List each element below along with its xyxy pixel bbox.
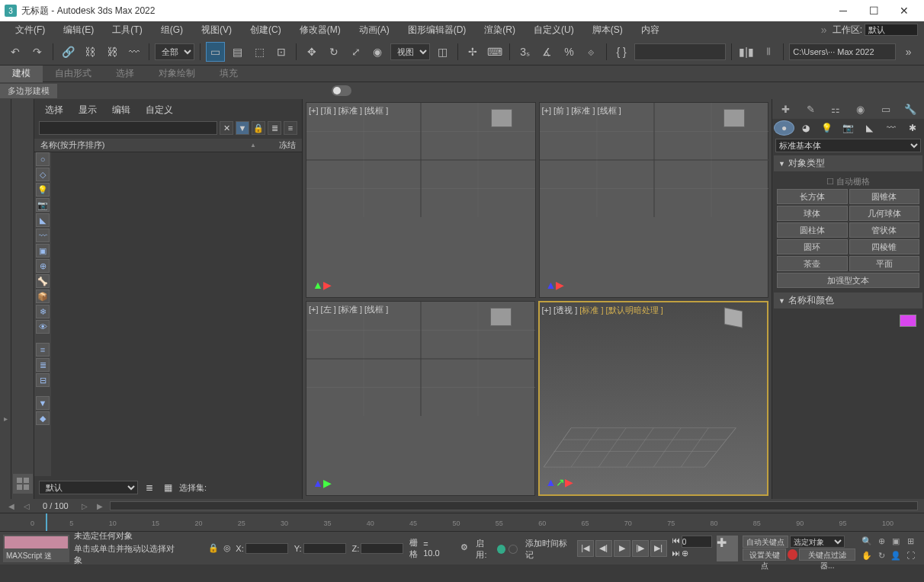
coord-x-input[interactable] xyxy=(245,543,288,554)
schematic-button[interactable]: 〰 xyxy=(124,42,143,62)
menu-tools[interactable]: 工具(T) xyxy=(103,21,151,38)
menu-overflow-icon[interactable]: » xyxy=(821,24,827,36)
time-slider-track[interactable] xyxy=(110,501,918,510)
isolate-button[interactable]: ◎ xyxy=(223,543,231,553)
maximize-viewport-tool[interactable]: ⛶ xyxy=(903,548,917,562)
key-prev-button[interactable]: ⏮ xyxy=(672,536,680,548)
autogrid-checkbox[interactable]: ☐ 自动栅格 xyxy=(777,174,919,189)
create-tube-button[interactable]: 管状体 xyxy=(849,222,920,238)
rollout-objtype[interactable]: ▼对象类型 xyxy=(774,155,922,171)
all-off-icon[interactable]: ≣ xyxy=(36,358,50,372)
create-system-tab[interactable]: ✱ xyxy=(902,120,922,136)
filter-helper-icon[interactable]: ◣ xyxy=(36,213,50,227)
menu-file[interactable]: 文件(F) xyxy=(6,21,54,38)
ribbon-tab-modeling[interactable]: 建模 xyxy=(0,66,43,82)
menu-graph[interactable]: 图形编辑器(D) xyxy=(399,21,476,38)
scene-search-input[interactable] xyxy=(39,121,217,135)
ribbon-tab-objpaint[interactable]: 对象绘制 xyxy=(146,66,207,82)
menu-modify[interactable]: 修改器(M) xyxy=(290,21,350,38)
create-torus-button[interactable]: 圆环 xyxy=(777,239,848,254)
key-target-select[interactable]: 选定对象 xyxy=(790,536,845,548)
filter-extra2-icon[interactable]: ◆ xyxy=(36,411,50,425)
viewport-perspective[interactable]: [+] [透视 ] [标准 ] [默认明暗处理 ] ▲↗▶ xyxy=(538,301,769,497)
filter-camera-icon[interactable]: 📷 xyxy=(36,198,50,212)
filter-container-icon[interactable]: 📦 xyxy=(36,289,50,303)
filter-spacewarp-icon[interactable]: 〰 xyxy=(36,229,50,242)
orbit-tool[interactable]: ↻ xyxy=(874,548,888,562)
filter-extra1-icon[interactable]: ▼ xyxy=(36,396,50,410)
setkey-button[interactable]: 设置关键点 xyxy=(743,548,786,561)
ribbon-tab-fill[interactable]: 填充 xyxy=(207,66,250,82)
rollout-namecolor[interactable]: ▼名称和颜色 xyxy=(774,293,922,309)
select-tool[interactable]: ▭ xyxy=(206,42,225,62)
keyfilter-button[interactable]: 关键点过滤器... xyxy=(799,548,855,561)
object-category-select[interactable]: 标准基本体 xyxy=(775,139,921,152)
cmd-tab-motion[interactable]: ◉ xyxy=(849,101,873,117)
bind-space-button[interactable]: ⛓̸ xyxy=(102,42,121,62)
filter-funnel-button[interactable]: ▼ xyxy=(236,121,249,135)
redo-button[interactable]: ↷ xyxy=(28,42,47,62)
create-spacewarp-tab[interactable]: 〰 xyxy=(881,120,901,136)
create-plane-button[interactable]: 平面 xyxy=(849,256,920,271)
time-prev2-button[interactable]: ◁ xyxy=(21,500,32,511)
percent-snap-button[interactable]: % xyxy=(560,42,579,62)
cmd-tab-display[interactable]: ▭ xyxy=(874,101,898,117)
keyboard-shortcut-button[interactable]: ⌨ xyxy=(486,42,505,62)
filter-hidden-icon[interactable]: 👁 xyxy=(36,320,50,334)
sidebar-expand-icon[interactable]: ▸ xyxy=(0,414,11,423)
object-color-swatch[interactable] xyxy=(900,315,916,327)
create-cylinder-button[interactable]: 圆柱体 xyxy=(777,222,848,238)
cmd-tab-utilities[interactable]: 🔧 xyxy=(898,101,922,117)
viewcube-left[interactable] xyxy=(490,308,521,338)
scene-list-header[interactable]: 名称(按升序排序) ▲ 冻结 xyxy=(34,139,302,152)
walk-tool[interactable]: 👤 xyxy=(889,548,903,562)
filter-shape-icon[interactable]: ◇ xyxy=(36,168,50,181)
viewcube-persp[interactable] xyxy=(723,309,753,339)
list-toggle2-button[interactable]: ≡ xyxy=(284,121,297,135)
viewport-front[interactable]: [+] [前 ] [标准 ] [线框 ] ▲▶ xyxy=(539,102,769,298)
timeline-cursor[interactable] xyxy=(46,513,47,531)
key-next-button[interactable]: ⏭ xyxy=(672,548,680,561)
spinner-snap-button[interactable]: ⟐ xyxy=(582,42,601,62)
scene-tab-display[interactable]: 显示 xyxy=(72,102,103,118)
time-next-button[interactable]: ▶ xyxy=(95,500,105,511)
current-frame-input[interactable] xyxy=(682,536,712,548)
goto-start-button[interactable]: |◀ xyxy=(577,540,594,557)
menu-render[interactable]: 渲染(R) xyxy=(475,21,525,38)
filter-group-icon[interactable]: ▣ xyxy=(36,244,50,257)
create-cone-button[interactable]: 圆锥体 xyxy=(849,189,920,204)
close-button[interactable]: ✕ xyxy=(889,0,919,21)
link-button[interactable]: 🔗 xyxy=(59,42,78,62)
undo-button[interactable]: ↶ xyxy=(6,42,25,62)
rotate-tool[interactable]: ↻ xyxy=(324,42,343,62)
create-box-button[interactable]: 长方体 xyxy=(777,189,848,204)
time-config-button[interactable]: ⊕ xyxy=(682,548,688,561)
menu-view[interactable]: 视图(V) xyxy=(192,21,241,38)
layers-icon[interactable]: ≣ xyxy=(143,481,156,494)
create-geosphere-button[interactable]: 几何球体 xyxy=(849,206,920,221)
enable-indicator2[interactable] xyxy=(509,545,517,554)
coord-y-input[interactable] xyxy=(303,543,346,554)
create-teapot-button[interactable]: 茶壶 xyxy=(777,256,848,271)
column-name-header[interactable]: 名称(按升序排序) xyxy=(40,139,250,151)
filter-bone-icon[interactable]: 🦴 xyxy=(36,274,50,288)
lock-button[interactable]: 🔒 xyxy=(252,121,265,135)
ribbon-toggle[interactable] xyxy=(332,85,351,96)
toolbar-more[interactable]: » xyxy=(899,42,918,62)
column-frozen-header[interactable]: 冻结 xyxy=(279,139,296,151)
minimize-button[interactable]: ─ xyxy=(828,0,858,21)
create-pyramid-button[interactable]: 四棱锥 xyxy=(849,239,920,254)
time-prev-button[interactable]: ◀ xyxy=(6,500,17,511)
place-tool[interactable]: ◉ xyxy=(368,42,387,62)
ribbon-sub-polymodel[interactable]: 多边形建模 xyxy=(0,84,57,98)
filter-light-icon[interactable]: 💡 xyxy=(36,183,50,197)
create-geometry-tab[interactable]: ● xyxy=(774,120,794,136)
clear-search-button[interactable]: ✕ xyxy=(220,121,233,135)
select-rect-button[interactable]: ⬚ xyxy=(250,42,269,62)
viewcube-front[interactable] xyxy=(723,109,754,139)
filter-frozen-icon[interactable]: ❄ xyxy=(36,305,50,318)
project-path[interactable] xyxy=(789,43,896,60)
select-name-button[interactable]: ▤ xyxy=(228,42,247,62)
zoom-extents-all-tool[interactable]: ⊞ xyxy=(903,534,917,548)
named-selset-input[interactable] xyxy=(634,43,726,60)
